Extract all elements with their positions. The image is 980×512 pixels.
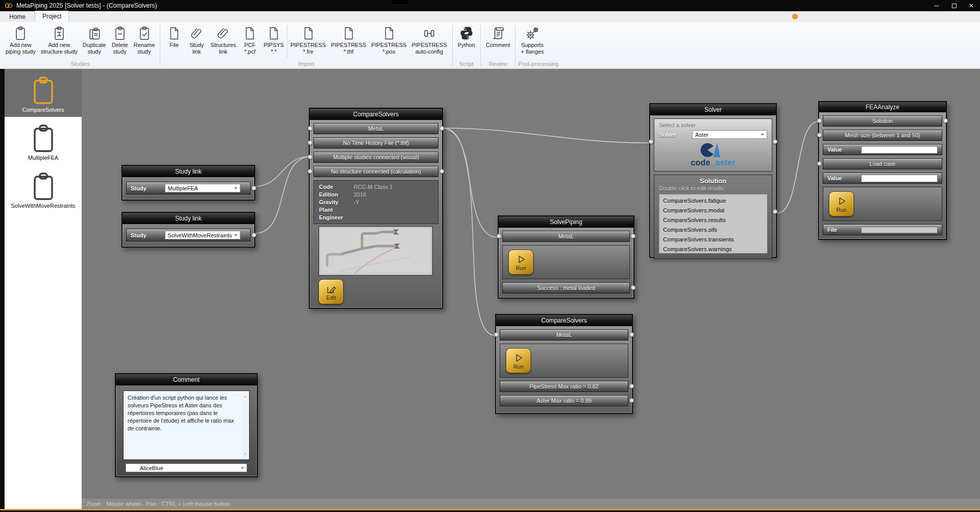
group-label-postprocessing: Post-processing [518,60,558,68]
node-header[interactable]: CompareSolvers [310,109,442,120]
study-select[interactable]: MultipleFEA [165,184,240,192]
node-header[interactable]: SolvePiping [499,216,633,228]
minimize-button[interactable] [928,0,945,11]
run-section: Run [502,245,630,279]
comment-button[interactable]: Comment [483,23,513,48]
maximize-button[interactable] [945,0,963,11]
group-label-script: Script [455,60,478,68]
node-study-link-2: Study link Study SolveWithMoveRestraints [121,212,255,248]
feedback-smiley-icon[interactable] [792,14,798,19]
play-icon [836,196,848,207]
duplicate-study-icon-button[interactable]: Duplicatestudy [80,23,109,55]
input-port[interactable] [649,139,653,144]
node-canvas[interactable]: Study link Study MultipleFEA Study link … [82,69,980,509]
pipestress-autoconfig-button[interactable]: PIPESTRESSauto-config [409,23,449,55]
pcf-import-button[interactable]: PCF*.pcf [238,23,261,55]
run-button[interactable]: Run [506,348,531,373]
ribbon-group-script: Python Script [453,23,480,68]
output-port[interactable] [629,398,634,403]
node-header[interactable]: Comment [116,374,257,385]
scrollbar[interactable]: ▲▼ [242,392,249,459]
ribbon-separator [160,25,160,66]
pipestress-fre-button[interactable]: PIPESTRESS*.fre [288,23,328,55]
output-port[interactable] [773,209,777,214]
run-button[interactable]: Run [829,191,854,216]
result-item[interactable]: CompareSolvers.transients [659,235,767,245]
input-port[interactable] [308,126,312,131]
node-header[interactable]: Solver [650,104,776,115]
add-new-structure-study-button[interactable]: Add newstructure study [38,23,80,55]
sidebar-item-solvewithmoverestraints[interactable]: SolveWithMoveRestraints [5,165,82,213]
tab-home[interactable]: Home [2,12,33,22]
node-header[interactable]: CompareSolvers [496,315,632,326]
output-port[interactable] [773,139,777,144]
output-port[interactable] [631,285,635,290]
output-port[interactable] [631,234,635,238]
node-header[interactable]: Study link [122,213,254,224]
input-port[interactable] [817,133,822,137]
node-comment: Comment Création d'un script python qui … [115,373,258,477]
file-icon [242,25,257,42]
file-field[interactable] [861,227,938,233]
output-port[interactable] [629,332,634,337]
study-link-button[interactable]: Studylink [185,23,208,55]
result-item[interactable]: CompareSolvers.modal [659,206,767,215]
comment-color-select[interactable]: AliceBlue [126,464,247,472]
input-port[interactable] [308,155,312,159]
run-button[interactable]: Run [508,250,533,275]
input-port[interactable] [308,169,312,174]
ribbon-separator [515,25,516,66]
results-listbox[interactable]: CompareSolvers.fatigue CompareSolvers.mo… [658,193,768,254]
tab-project[interactable]: Project [35,11,69,22]
output-port[interactable] [439,126,444,131]
node-header[interactable]: Study link [122,166,254,177]
output-port[interactable] [252,186,256,190]
rename-study-button[interactable]: Renamestudy [131,23,158,55]
chevron-down-icon [234,187,237,189]
load-case-input[interactable] [861,175,938,182]
run-section: Run [823,187,942,221]
input-port[interactable] [817,161,822,166]
solver-select[interactable]: Aster [692,130,767,139]
status-row: Success : metal loaded [502,282,630,294]
mesh-size-input[interactable] [861,146,938,154]
input-port[interactable] [817,118,822,123]
node-feaanalyze: FEAAnalyze Solution Mesh size (between 1… [818,101,947,240]
supports-flanges-button[interactable]: Supports+ flanges [518,23,546,55]
study-field-row: Study SolveWithMoveRestraints [126,229,251,241]
output-port[interactable] [943,118,948,123]
clipboard-check-icon [137,25,152,42]
node-header[interactable]: FEAAnalyze [819,102,946,112]
import-file-button[interactable]: File [163,23,185,48]
study-select[interactable]: SolveWithMoveRestraints [165,231,240,239]
output-port[interactable] [252,233,256,237]
pipsys-import-button[interactable]: PIPSYS*.* [261,23,286,55]
structures-link-button[interactable]: Structureslink [208,23,238,55]
result-item[interactable]: CompareSolvers.fatigue [659,196,767,206]
output-port[interactable] [439,169,444,174]
result-item[interactable]: CompareSolvers.sifs [659,225,767,235]
ribbon-group-studies: Add newpiping study Add newstructure stu… [1,23,159,68]
ribbon-tab-row: Home Project [0,11,980,22]
add-new-piping-study-button[interactable]: Add newpiping study [3,23,38,55]
delete-study-button[interactable]: Deletestudy [109,23,131,55]
comment-textarea[interactable]: Création d'un script python qui lance le… [123,391,250,460]
pipestress-thf-button[interactable]: PIPESTRESS*.thf [328,23,369,55]
input-port[interactable] [497,234,501,238]
title-bar: MetaPiping 2025 [Solver tests] - (Compar… [0,0,980,11]
scroll-up-icon[interactable]: ▲ [243,393,247,400]
input-port[interactable] [308,140,312,145]
edit-button[interactable]: Edit [318,279,344,304]
output-port[interactable] [629,384,634,388]
scroll-down-icon[interactable]: ▼ [243,450,247,458]
pipestress-pos-button[interactable]: PIPESTRESS*.pos [369,23,409,55]
sidebar-item-comparesolvers[interactable]: CompareSolvers [5,69,82,117]
python-button[interactable]: Python [455,23,478,48]
node-study-link-1: Study link Study MultipleFEA [121,165,255,201]
input-port[interactable] [494,332,499,337]
close-button[interactable]: ✕ [963,0,980,11]
sidebar-item-multiplefea[interactable]: MultipleFEA [5,117,82,165]
result-item[interactable]: CompareSolvers.results [659,215,767,225]
slot-mesh-size: Mesh size (between 1 and 50) [823,130,942,141]
result-item[interactable]: CompareSolvers.warnings [659,245,767,254]
